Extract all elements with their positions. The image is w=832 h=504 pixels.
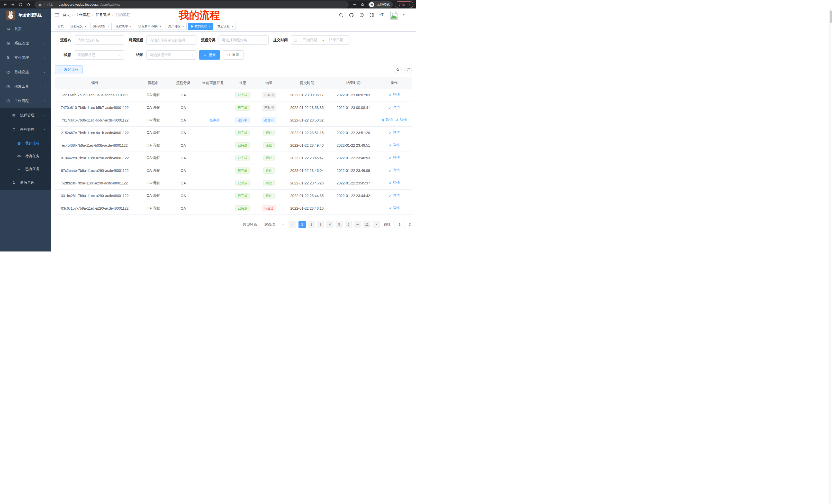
sidebar-item-workflow[interactable]: 工作流程 [0,94,51,108]
page-6-button[interactable]: 6 [345,221,352,228]
tab-my-process[interactable]: 我的流程× [188,23,213,30]
detail-link[interactable]: 详情 [389,193,400,198]
process-name-input[interactable] [74,35,124,45]
password-key-icon[interactable] [351,1,358,8]
page-size-select[interactable]: 10条/页 [261,221,287,228]
tab-close-icon[interactable]: × [160,25,161,28]
category-select[interactable]: 请选择流程分类 [218,35,269,45]
page-2-button[interactable]: 2 [308,221,315,228]
sidebar-item-devtools[interactable]: 研发工具 [0,79,51,94]
cell-process-name: OA 请假 [135,114,172,127]
status-badge: 已完成 [235,180,250,186]
cell-current-task [195,177,231,189]
reload-icon[interactable] [17,1,24,8]
goto-page-input[interactable] [394,221,405,228]
sidebar-item-label: 基础设施 [15,70,29,75]
sidebar-item-leave-query[interactable]: 请假查询 [0,175,51,190]
sidebar-item-done-task[interactable]: 已办任务 [0,163,51,175]
detail-link[interactable]: 详情 [389,143,400,147]
detail-link[interactable]: 详情 [389,156,400,160]
tab-user-group[interactable]: 用户分组× [165,23,187,30]
tab-start-process[interactable]: 发起流程× [215,23,236,30]
goto-label: 前往 [384,222,391,227]
sidebar-item-process-mgmt[interactable]: 流程管理 [0,108,51,122]
reset-button[interactable]: 重置 [223,50,244,60]
detail-link[interactable]: 详情 [389,130,400,135]
result-badge: 通过 [263,142,275,148]
start-date-placeholder[interactable]: 开始日期 [300,38,320,43]
create-process-button[interactable]: 发起流程 [55,65,82,74]
tab-process-model[interactable]: 流程模型× [90,23,111,30]
tab-close-icon[interactable]: × [209,25,211,28]
page-size-value: 10条/页 [264,222,282,227]
tab-close-icon[interactable]: × [231,25,233,28]
detail-link[interactable]: 详情 [396,118,407,122]
process-definition-input[interactable] [146,35,197,45]
detail-link[interactable]: 详情 [389,168,400,173]
prev-page-button[interactable] [289,221,296,228]
sidebar-item-system[interactable]: 系统管理 [0,36,51,51]
sidebar-item-payment[interactable]: ¥支付管理 [0,51,51,65]
sidebar-item-my-process[interactable]: 我的流程 [0,137,51,150]
user-avatar[interactable] [389,10,399,20]
tab-process-form[interactable]: 流程表单× [113,23,134,30]
page-3-button[interactable]: 3 [317,221,324,228]
tab-process-definition[interactable]: 流程定义× [68,23,89,30]
tab-close-icon[interactable]: × [130,25,132,28]
column-header-actions: 操作 [377,77,412,89]
forward-icon[interactable] [9,1,17,8]
page-4-button[interactable]: 4 [326,221,334,228]
detail-link[interactable]: 详情 [389,105,400,110]
cell-submit-time: 2022-01-22 23:53:35 [284,101,330,114]
next-page-button[interactable] [372,221,380,228]
refresh-table-button[interactable] [404,66,412,74]
tab-process-form-edit[interactable]: 流程表单-编辑× [136,23,164,30]
browser-update-button[interactable]: 更新 [395,1,413,8]
breadcrumb-item-task-mgmt[interactable]: 任务管理 [96,12,110,17]
page-more-button[interactable] [354,221,361,228]
header-search-icon[interactable] [339,12,343,18]
table-row: 03c6c157-7b9a-11ec-a290-acde48001122OA 请… [55,202,412,215]
tab-close-icon[interactable]: × [182,25,184,28]
breadcrumb-item-home[interactable]: 首页 [63,12,70,17]
browser-menu-kebab-icon[interactable] [406,1,413,8]
security-chip[interactable]: 不安全 [38,2,53,7]
bookmark-star-icon[interactable] [359,1,366,8]
result-select[interactable]: 请选择流结果 [146,50,197,60]
page-5-button[interactable]: 5 [336,221,343,228]
page-11-button[interactable]: 11 [363,221,370,228]
font-size-icon[interactable]: TT [379,12,384,18]
toggle-search-button[interactable] [394,66,401,74]
tab-home[interactable]: 首页 [55,23,66,30]
sidebar-item-infra[interactable]: 基础设施 [0,65,51,79]
detail-link[interactable]: 详情 [389,92,400,97]
search-button[interactable]: 搜索 [199,50,220,60]
home-icon[interactable] [25,1,32,8]
sidebar-item-label: 首页 [15,27,22,31]
page-1-button[interactable]: 1 [298,221,306,228]
column-header-result: 结果 [254,77,284,89]
sidebar-item-home[interactable]: 首页 [0,22,51,36]
current-task-link[interactable]: 一级审批 [206,118,219,122]
result-badge: 通过 [263,130,275,136]
breadcrumb-item-workflow[interactable]: 工作流程 [76,12,90,17]
fullscreen-icon[interactable] [369,12,374,18]
detail-link[interactable]: 详情 [389,180,400,185]
detail-link[interactable]: 详情 [389,206,400,211]
github-icon[interactable] [349,12,354,18]
cancel-link[interactable]: 取消 [382,118,393,122]
tab-close-icon[interactable]: × [85,25,86,28]
address-bar[interactable]: 不安全 dashboard.yudao.iocoder.cn/bpm/task/… [34,1,349,8]
submit-time-range-picker[interactable]: 开始日期 - 结束日期 [291,35,349,45]
back-icon[interactable] [2,1,9,8]
avatar-caret-down-icon[interactable] [402,13,405,17]
sidebar-item-task-mgmt[interactable]: 任务管理 [0,122,51,137]
sidebar-item-todo-task[interactable]: 待办任务 [0,150,51,163]
status-select[interactable]: 请选择状态 [74,50,124,60]
end-date-placeholder[interactable]: 结束日期 [326,38,346,43]
help-question-icon[interactable] [359,12,364,18]
tab-close-icon[interactable]: × [107,25,109,28]
sidebar-collapse-icon[interactable] [54,12,59,17]
app-logo[interactable]: 芋道管理系统 [0,8,51,22]
cell-category: OA [172,101,195,114]
